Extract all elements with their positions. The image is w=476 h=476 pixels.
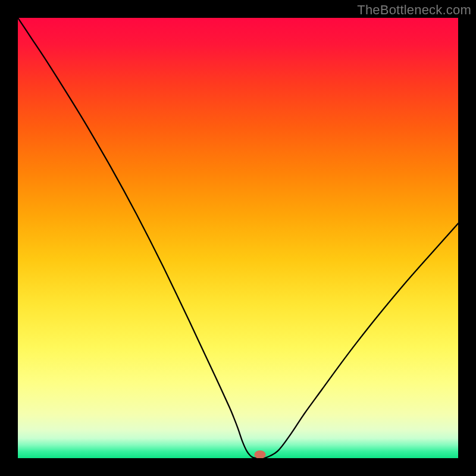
chart-frame: TheBottleneck.com (0, 0, 476, 476)
plot-area (18, 18, 458, 458)
chart-svg (18, 18, 458, 458)
gradient-background (18, 18, 458, 458)
watermark-text: TheBottleneck.com (357, 2, 471, 18)
